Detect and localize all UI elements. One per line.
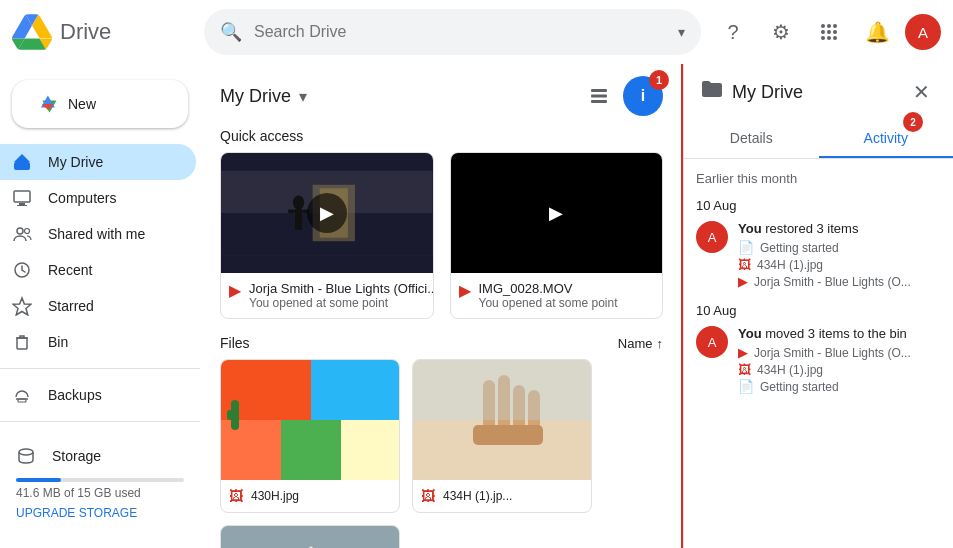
qa-details-2: IMG_0028.MOV You opened at some point (479, 281, 618, 310)
activity-body-1: You restored 3 items 📄 Getting started 🖼… (738, 221, 941, 291)
right-panel: My Drive ✕ Details Activity 2 Earlier th… (683, 64, 953, 548)
qa-details-1: Jorja Smith - Blue Lights (Offici... You… (249, 281, 434, 310)
avatar[interactable]: A (905, 14, 941, 50)
svg-point-14 (17, 228, 23, 234)
activity-you-1: You (738, 221, 762, 236)
qa-thumb-1: ▶ (221, 153, 433, 273)
svg-point-6 (821, 36, 825, 40)
qa-file-icon-2: ▶ (459, 281, 471, 300)
qa-name-2: IMG_0028.MOV (479, 281, 618, 296)
search-bar[interactable]: 🔍 ▾ (204, 9, 701, 55)
activity-date-1: 10 Aug (696, 198, 941, 213)
file-card-1[interactable]: 🖼 430H.jpg (220, 359, 400, 513)
top-icons: ? ⚙ 🔔 A (713, 12, 941, 52)
files-header: Files Name ↑ (200, 335, 683, 359)
sidebar-label-storage: Storage (52, 448, 101, 464)
storage-bar-background (16, 478, 184, 482)
play-button-1[interactable]: ▶ (307, 193, 347, 233)
svg-point-2 (833, 24, 837, 28)
sidebar-label-backups: Backups (48, 387, 102, 403)
svg-point-15 (25, 229, 30, 234)
svg-rect-38 (227, 410, 233, 420)
file-thumb-3 (221, 526, 399, 548)
search-input[interactable] (254, 23, 666, 41)
activity-file-2-2: 🖼 434H (1).jpg (738, 362, 941, 377)
play-button-2[interactable]: ▶ (536, 193, 576, 233)
file-name-2: 434H (1).jp... (443, 489, 512, 503)
list-view-button[interactable] (579, 76, 619, 116)
apps-button[interactable] (809, 12, 849, 52)
activity-action-2: moved 3 items to the bin (765, 326, 907, 341)
tab-details[interactable]: Details (684, 120, 819, 158)
svg-rect-44 (473, 425, 543, 445)
activity-avatar-1: A (696, 221, 728, 253)
breadcrumb-text: My Drive (220, 86, 291, 107)
upgrade-storage-link[interactable]: UPGRADE STORAGE (16, 506, 184, 520)
tab-activity[interactable]: Activity 2 (819, 120, 954, 158)
logo-area: Drive (12, 14, 192, 50)
svg-point-1 (827, 24, 831, 28)
breadcrumb-dropdown-icon[interactable]: ▾ (299, 87, 307, 106)
file-card-2[interactable]: 🖼 434H (1).jp... (412, 359, 592, 513)
files-sort[interactable]: Name ↑ (618, 336, 663, 351)
file-card-3[interactable]: 🖼 233404gc5... (220, 525, 400, 548)
sidebar-item-shared[interactable]: Shared with me (0, 216, 196, 252)
pdf-icon-2: 📄 (738, 379, 754, 394)
sidebar-label-recent: Recent (48, 262, 92, 278)
my-drive-icon (12, 152, 32, 172)
qa-thumb-2: ▶ (451, 153, 663, 273)
sidebar-label-starred: Starred (48, 298, 94, 314)
activity-filename-1-1: Getting started (760, 241, 839, 255)
panel-tabs: Details Activity 2 (684, 120, 953, 159)
qa-sub-1: You opened at some point (249, 296, 434, 310)
svg-rect-9 (14, 162, 30, 170)
storage-item[interactable]: Storage (16, 442, 184, 470)
notifications-button[interactable]: 🔔 (857, 12, 897, 52)
video-icon-2: ▶ (738, 345, 748, 360)
tab-activity-label: Activity (864, 130, 908, 146)
search-dropdown-icon[interactable]: ▾ (678, 24, 685, 40)
storage-icon (16, 446, 36, 466)
file-thumbnail-1 (221, 360, 399, 480)
image-icon-2: 🖼 (738, 362, 751, 377)
sidebar-item-backups[interactable]: Backups (0, 377, 196, 413)
pdf-icon-1: 📄 (738, 240, 754, 255)
sidebar-label-bin: Bin (48, 334, 68, 350)
starred-icon (12, 296, 32, 316)
files-title: Files (220, 335, 250, 351)
callout-2: 2 (903, 112, 923, 132)
app-title: Drive (60, 19, 111, 45)
sidebar-item-starred[interactable]: Starred (0, 288, 196, 324)
svg-rect-47 (221, 526, 399, 548)
svg-rect-12 (19, 203, 25, 205)
svg-rect-18 (17, 338, 27, 349)
sidebar-label-computers: Computers (48, 190, 116, 206)
quick-access-card-1[interactable]: ▶ ▶ Jorja Smith - Blue Lights (Offici...… (220, 152, 434, 319)
svg-point-26 (293, 195, 304, 209)
activity-action-1: restored 3 items (765, 221, 858, 236)
file-info-1: 🖼 430H.jpg (221, 480, 399, 512)
help-button[interactable]: ? (713, 12, 753, 52)
panel-close-button[interactable]: ✕ (905, 76, 937, 108)
sidebar-divider2 (0, 421, 200, 422)
sidebar-item-recent[interactable]: Recent (0, 252, 196, 288)
sidebar-item-my-drive[interactable]: My Drive (0, 144, 196, 180)
svg-rect-45 (413, 360, 591, 420)
content-area: My Drive ▾ i 1 Quick access (200, 64, 683, 548)
activity-file-2-3: 📄 Getting started (738, 379, 941, 394)
new-button[interactable]: New (12, 80, 188, 128)
header-icons: i 1 (579, 76, 663, 116)
svg-rect-23 (591, 100, 607, 103)
qa-info-1: ▶ Jorja Smith - Blue Lights (Offici... Y… (221, 273, 433, 318)
quick-access-card-2[interactable]: ▶ ▶ IMG_0028.MOV You opened at some poin… (450, 152, 664, 319)
panel-folder-icon (700, 79, 724, 105)
sidebar-item-computers[interactable]: Computers (0, 180, 196, 216)
settings-button[interactable]: ⚙ (761, 12, 801, 52)
storage-used-text: 41.6 MB of 15 GB used (16, 486, 184, 500)
activity-you-2: You (738, 326, 762, 341)
svg-marker-17 (13, 298, 31, 315)
activity-desc-2: You moved 3 items to the bin (738, 326, 941, 341)
activity-avatar-2: A (696, 326, 728, 358)
sidebar-item-bin[interactable]: Bin (0, 324, 196, 360)
qa-info-2: ▶ IMG_0028.MOV You opened at some point (451, 273, 663, 318)
